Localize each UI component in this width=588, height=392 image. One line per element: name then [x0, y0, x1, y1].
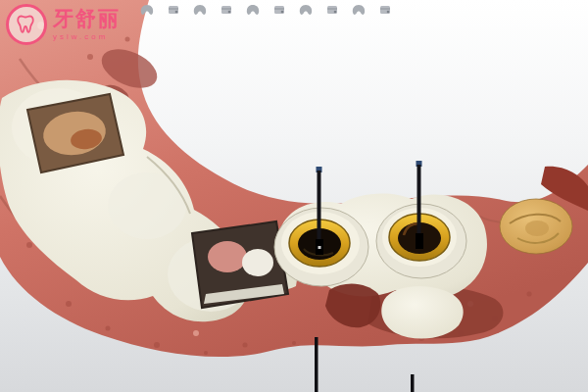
antagonist-scan-icon[interactable]: [217, 1, 236, 19]
new-case-icon[interactable]: [137, 1, 157, 19]
crown-design-icon[interactable]: [296, 1, 316, 19]
upper-jaw-model-icon[interactable]: [164, 1, 183, 19]
brand-name: 牙舒丽: [53, 8, 121, 28]
scanbody-align-icon[interactable]: [243, 1, 263, 19]
3d-viewport[interactable]: [0, 0, 588, 392]
inspection-window-center: [192, 221, 288, 308]
implant-library-icon[interactable]: [270, 1, 289, 19]
watermark: 牙舒丽 yslw.com: [6, 4, 121, 45]
export-model-icon[interactable]: [375, 1, 395, 19]
app-window: 牙舒丽 yslw.com: [0, 0, 588, 392]
bottom-pin-left: [315, 337, 318, 392]
mesh-repair-icon[interactable]: [349, 1, 368, 19]
tooth-logo-icon: [6, 4, 47, 45]
bottom-pin-right: [411, 374, 415, 392]
bridge-design-icon[interactable]: [322, 1, 342, 19]
lower-jaw-model-icon[interactable]: [190, 1, 210, 19]
molar-tooth: [500, 199, 572, 254]
brand-site: yslw.com: [53, 33, 121, 41]
toolbar: [137, 0, 395, 20]
